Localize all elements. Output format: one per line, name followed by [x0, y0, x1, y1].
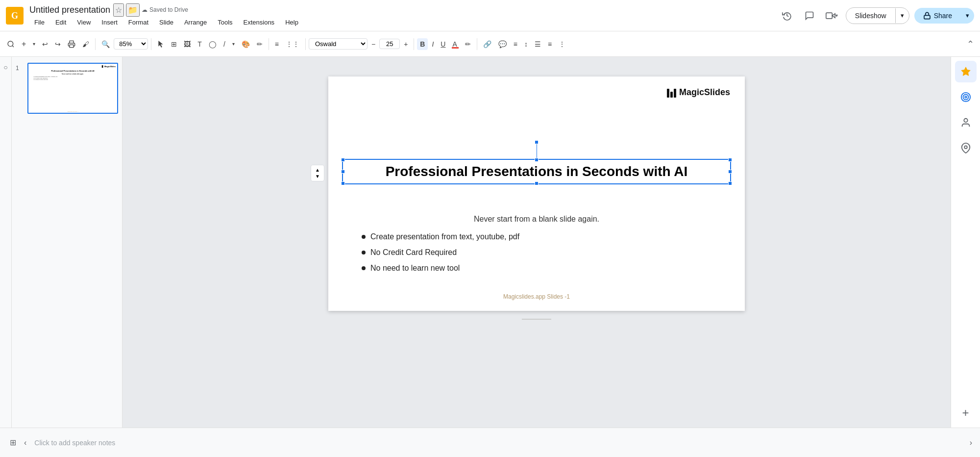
share-button[interactable]: Share: [914, 8, 961, 24]
redo-button[interactable]: ↪: [52, 38, 64, 50]
add-button[interactable]: +: [19, 38, 29, 51]
lines-button[interactable]: /: [220, 38, 228, 50]
select-button[interactable]: [154, 39, 167, 50]
star-button[interactable]: ☆: [113, 3, 124, 17]
svg-rect-5: [70, 45, 74, 47]
handle-bl[interactable]: [341, 181, 345, 185]
font-select[interactable]: Oswald: [309, 38, 368, 50]
link-button[interactable]: 🔗: [480, 38, 494, 50]
menu-tools[interactable]: Tools: [213, 17, 237, 28]
align-text-button[interactable]: ≡: [511, 38, 520, 50]
menu-insert[interactable]: Insert: [97, 17, 122, 28]
menu-file[interactable]: File: [29, 17, 49, 28]
handle-ml[interactable]: [341, 170, 345, 174]
svg-point-11: [964, 146, 967, 149]
print-button[interactable]: [65, 38, 78, 50]
share-dropdown-button[interactable]: ▾: [961, 8, 974, 23]
bullet-text-3: No need to learn new tool: [370, 264, 460, 273]
numbered-list-button[interactable]: ≡: [545, 38, 555, 50]
right-sidebar-target-button[interactable]: [955, 86, 977, 108]
lines-dropdown-button[interactable]: ▾: [229, 39, 238, 49]
divider-2: [151, 38, 151, 50]
undo-button[interactable]: ↩: [39, 38, 51, 50]
menu-format[interactable]: Format: [123, 17, 153, 28]
handle-mr[interactable]: [728, 170, 732, 174]
notes-collapse-button[interactable]: ›: [970, 438, 972, 447]
right-sidebar-add-button[interactable]: +: [957, 404, 975, 422]
comment-button[interactable]: 💬: [495, 38, 510, 50]
resize-button[interactable]: ⊞: [168, 38, 180, 50]
bullet-text-2: No Credit Card Required: [370, 248, 457, 257]
cursor-icon: [157, 41, 164, 48]
handle-top-center[interactable]: [535, 140, 539, 144]
thumb-bullets: • Create presentation from text, youtube…: [30, 76, 115, 80]
videocam-icon: [826, 11, 835, 21]
list-button[interactable]: ☰: [532, 38, 544, 50]
slide-canvas[interactable]: MagicSlides Professional Pres: [328, 76, 745, 311]
line-color-button[interactable]: ✏: [254, 38, 266, 50]
align-left-button[interactable]: ≡: [272, 38, 282, 50]
expand-down-icon: ▼: [315, 174, 320, 179]
slideshow-btn-group: Slideshow ▾: [846, 7, 909, 24]
zoom-select[interactable]: 85%: [114, 38, 148, 50]
menu-view[interactable]: View: [72, 17, 96, 28]
svg-point-8: [963, 95, 968, 100]
highlight-button[interactable]: ✏: [462, 38, 474, 50]
line-spacing-button[interactable]: ↕: [521, 38, 531, 50]
slideshow-button[interactable]: Slideshow: [846, 8, 895, 24]
bold-button[interactable]: B: [417, 38, 428, 50]
handle-tr[interactable]: [728, 158, 732, 162]
logo-icon: [667, 88, 676, 98]
search-button[interactable]: [4, 38, 18, 50]
handle-br[interactable]: [728, 181, 732, 185]
image-button[interactable]: 🖼: [181, 38, 194, 50]
textbox-button[interactable]: T: [195, 38, 205, 50]
sidebar-eye-icon: ○: [0, 62, 11, 73]
menu-arrange[interactable]: Arrange: [179, 17, 212, 28]
meet-button[interactable]: ▾: [823, 7, 841, 25]
italic-button[interactable]: I: [429, 38, 437, 50]
title-textbox[interactable]: Professional Presentations in Seconds wi…: [342, 159, 731, 184]
toolbar-collapse-button[interactable]: ⌃: [965, 37, 976, 51]
grid-view-button[interactable]: ⊞: [8, 436, 18, 449]
font-size-increase-button[interactable]: +: [401, 38, 411, 50]
paint-format-button[interactable]: 🖌: [79, 38, 92, 50]
zoom-icon-button[interactable]: 🔍: [98, 38, 113, 50]
menu-extensions[interactable]: Extensions: [239, 17, 280, 28]
menu-slide[interactable]: Slide: [154, 17, 178, 28]
font-size-decrease-button[interactable]: −: [368, 38, 378, 50]
divider-1: [95, 38, 96, 50]
handle-tm[interactable]: [535, 158, 539, 162]
more-options-button[interactable]: ⋮: [556, 38, 568, 50]
slide-expand-button[interactable]: ▲ ▼: [311, 165, 324, 181]
menu-edit[interactable]: Edit: [50, 17, 71, 28]
canvas-area[interactable]: ▲ ▼ MagicSlides: [122, 57, 951, 428]
add-dropdown-button[interactable]: ▾: [30, 39, 38, 49]
handle-tl[interactable]: [341, 158, 345, 162]
text-color-button[interactable]: A: [449, 38, 461, 50]
font-size-input[interactable]: [379, 39, 400, 49]
menu-help[interactable]: Help: [280, 17, 303, 28]
right-sidebar-person-button[interactable]: [955, 112, 977, 133]
slide-divider: [522, 319, 551, 320]
share-btn-group: Share ▾: [914, 8, 974, 24]
slideshow-dropdown-button[interactable]: ▾: [896, 8, 909, 23]
handle-bm[interactable]: [535, 181, 539, 185]
title-right-controls: ▾ Slideshow ▾ Share ▾: [778, 7, 974, 25]
folder-button[interactable]: 📁: [126, 3, 140, 17]
slide-panel: 1 ▐▌MagicSlides Professional Presentatio…: [12, 57, 122, 428]
svg-point-9: [965, 96, 967, 98]
menu-bar: File Edit View Insert Format Slide Arran…: [29, 17, 303, 28]
slide-logo-text: MagicSlides: [679, 87, 730, 98]
underline-button[interactable]: U: [438, 38, 448, 50]
slide-logo: MagicSlides: [667, 87, 730, 98]
align-button[interactable]: ⋮⋮: [283, 38, 302, 50]
slide-thumbnail-1[interactable]: ▐▌MagicSlides Professional Presentations…: [27, 63, 118, 114]
fill-color-button[interactable]: 🎨: [239, 38, 253, 50]
right-sidebar-map-button[interactable]: [955, 137, 977, 159]
panel-collapse-button[interactable]: ‹: [22, 436, 28, 449]
history-button[interactable]: [778, 7, 796, 25]
comments-button[interactable]: [801, 7, 818, 25]
shapes-button[interactable]: ◯: [206, 38, 220, 50]
right-sidebar-magic-button[interactable]: [955, 61, 977, 82]
